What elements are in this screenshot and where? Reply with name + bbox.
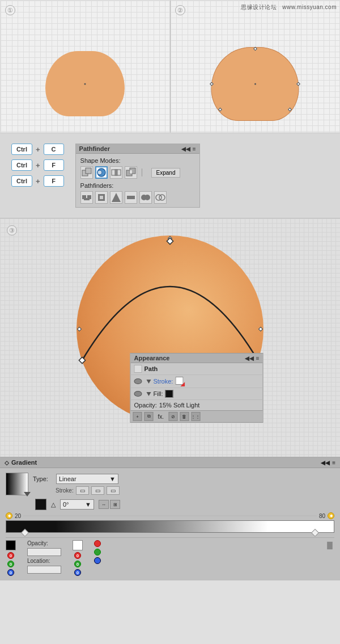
intersect-icon[interactable] [110, 166, 122, 179]
svg-rect-12 [84, 198, 90, 200]
gradient-bar[interactable] [6, 520, 334, 533]
ctrl-key-2[interactable]: Ctrl [11, 159, 32, 171]
stop-indicator-right: ◆ [328, 512, 334, 519]
pathfinder-4[interactable] [125, 191, 137, 204]
bun-shape-1 [45, 51, 125, 116]
ctrl-key-3[interactable]: Ctrl [11, 175, 32, 187]
angle-icon-label: △ [51, 501, 56, 508]
pathfinder-3[interactable] [110, 191, 122, 204]
trash-icon[interactable] [325, 540, 334, 550]
appearance-path-row: Path [131, 363, 263, 375]
angle-value: 0° [63, 501, 69, 508]
stroke-btn-3[interactable]: ▭ [107, 486, 120, 495]
triangle-btn-stroke[interactable] [147, 380, 151, 384]
stop-green-2[interactable]: 0 [74, 561, 81, 567]
footer-delete-icon[interactable]: ⊘ [168, 412, 177, 421]
pathfinders-row [80, 191, 195, 204]
key-row-1: Ctrl + C [11, 144, 64, 155]
bun-shape-2 [211, 47, 299, 121]
stroke-btn-1[interactable]: ▭ [76, 486, 89, 495]
ctrl-key-1[interactable]: Ctrl [11, 144, 32, 155]
angle-select[interactable]: 0° ▼ [60, 499, 94, 510]
reverse-btn[interactable]: ↔ [99, 500, 109, 509]
center-dot-2 [254, 83, 256, 85]
f-key-2[interactable]: F [44, 175, 64, 187]
black-swatch-small[interactable] [35, 499, 46, 510]
opacity-section: Opacity: Location: [27, 540, 61, 574]
footer-expand-icon[interactable]: ⋮⋮ [191, 412, 200, 421]
pathfinder-controls: ◀◀ ≡ [181, 146, 196, 152]
footer-trash-icon[interactable]: 🗑 [180, 412, 189, 421]
section3-area: ③ Appearance ◀◀ ≡ [0, 218, 340, 457]
stop-blue-3[interactable] [94, 557, 101, 564]
opacity-g-label: Opacity: [27, 540, 61, 546]
appearance-menu[interactable]: ≡ [256, 355, 260, 361]
stop-positions-row: ◆ 20 80 ◆ [6, 512, 334, 519]
exclude-icon[interactable] [125, 166, 137, 179]
svg-rect-20 [79, 357, 85, 363]
footer-duplicate-icon[interactable]: ⧉ [144, 412, 154, 421]
fx-label[interactable]: fx. [158, 414, 164, 420]
step-label-2: ② [175, 5, 185, 15]
triangle-btn-fill[interactable] [147, 392, 151, 396]
svg-rect-6 [115, 170, 117, 175]
canvas-panel-2: ② [170, 0, 340, 133]
stop-color-white[interactable] [73, 540, 83, 550]
gradient-panel: ◇ Gradient ◀◀ ≡ Type: [0, 457, 340, 580]
panel-menu-btn[interactable]: ≡ [193, 146, 196, 152]
pathfinder-5[interactable] [139, 191, 152, 204]
stop-red-1[interactable]: 0 [7, 552, 14, 559]
svg-point-19 [159, 195, 165, 200]
gradient-content: Type: Linear ▼ Stroke: ▭ ▭ ▭ [0, 468, 340, 580]
appearance-controls: ◀◀ ≡ [245, 355, 260, 361]
pathfinder-body: Shape Modes: [76, 154, 199, 207]
opacity-input[interactable] [27, 548, 61, 556]
angle-dropdown: ▼ [85, 501, 91, 508]
c-key[interactable]: C [44, 144, 64, 155]
pathfinder-1[interactable] [80, 191, 93, 204]
eye-fill[interactable] [134, 391, 142, 397]
stop-green-1[interactable]: 0 [7, 561, 14, 567]
pathfinder-6[interactable] [154, 191, 167, 204]
fill-swatch[interactable] [165, 390, 173, 398]
stop-red-3[interactable] [94, 540, 101, 547]
minus-front-icon[interactable] [95, 166, 108, 179]
color-stops-section: 0 0 0 Opacity: Location: 0 [6, 537, 334, 576]
stop-values-col [94, 540, 101, 564]
stop-green-3[interactable] [94, 549, 101, 555]
stroke-swatch[interactable] [175, 377, 184, 386]
eye-stroke[interactable] [134, 378, 142, 384]
type-select[interactable]: Linear ▼ [56, 474, 118, 484]
options-btn[interactable]: ⊞ [110, 500, 120, 509]
appearance-collapse[interactable]: ◀◀ [245, 355, 254, 361]
pathfinder-2[interactable] [95, 191, 108, 204]
type-label: Type: [33, 475, 53, 482]
gradient-arrow [24, 492, 31, 496]
stop-spacer [23, 515, 317, 516]
plus-3: + [36, 177, 40, 186]
type-dropdown-arrow: ▼ [109, 475, 116, 482]
stop-color-black[interactable] [6, 540, 16, 550]
gradient-type-row: Type: Linear ▼ Stroke: ▭ ▭ ▭ [6, 473, 334, 495]
plus-2: + [36, 161, 40, 170]
stop-pos-20: 20 [15, 513, 21, 519]
gradient-collapse[interactable]: ◀◀ [321, 460, 330, 466]
middle-section: Ctrl + C Ctrl + F Ctrl + F Pathfinder [0, 133, 340, 218]
stop-blue-1[interactable]: 0 [7, 569, 14, 576]
stroke-btn-2[interactable]: ▭ [91, 486, 104, 495]
panel-collapse-btn[interactable]: ◀◀ [181, 146, 190, 152]
expand-button[interactable]: Expand [151, 168, 181, 178]
unite-icon[interactable] [80, 166, 93, 179]
stop-red-2[interactable]: 0 [74, 552, 81, 559]
footer-add-icon[interactable]: + [133, 412, 142, 421]
opacity-label: Opacity: [134, 402, 157, 409]
top-panels-row: ① ② [0, 0, 340, 133]
f-key-1[interactable]: F [44, 159, 64, 171]
stop-blue-2[interactable]: 0 [74, 569, 81, 576]
svg-rect-14 [100, 196, 103, 199]
gradient-swatch-container [6, 473, 28, 495]
gradient-menu[interactable]: ≡ [332, 460, 335, 466]
gradient-title-bar: ◇ Gradient ◀◀ ≡ [0, 457, 340, 468]
stroke-label: Stroke: [154, 378, 173, 385]
location-input[interactable] [27, 566, 61, 574]
